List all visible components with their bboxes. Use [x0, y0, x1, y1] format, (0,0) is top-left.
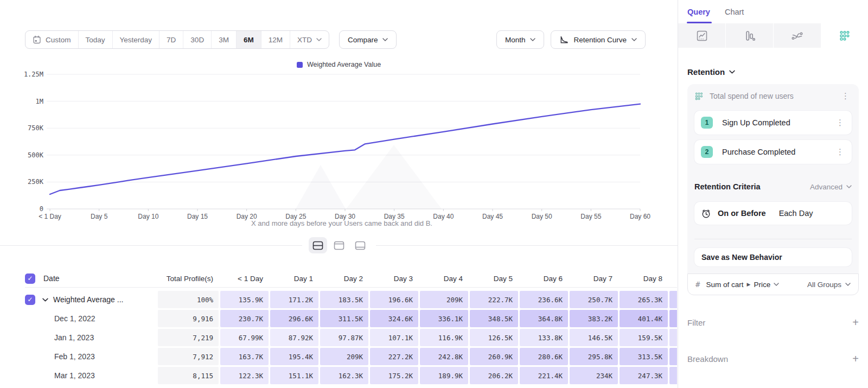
- retention-value-cell[interactable]: 206.2K: [470, 367, 518, 384]
- date-range-6m[interactable]: 6M: [237, 31, 261, 48]
- retention-value-cell[interactable]: 234K: [570, 367, 618, 384]
- column-header[interactable]: Day 1: [270, 275, 318, 283]
- granularity-button[interactable]: Month: [496, 30, 545, 49]
- retention-value-cell[interactable]: 133.8K: [520, 329, 568, 346]
- retention-value-cell[interactable]: 183.5K: [320, 291, 368, 308]
- column-header[interactable]: Day 5: [470, 275, 518, 283]
- retention-value-cell[interactable]: 122.3K: [220, 367, 269, 384]
- kebab-menu-icon[interactable]: ⋮: [834, 118, 846, 128]
- column-header[interactable]: Total Profile(s): [158, 275, 219, 283]
- retention-value-cell[interactable]: 195.4K: [270, 348, 318, 365]
- retention-value-cell[interactable]: 196.6K: [370, 291, 418, 308]
- behavior-step-1[interactable]: 1 Sign Up Completed ⋮: [694, 111, 852, 135]
- retention-value-cell[interactable]: 189.9K: [420, 367, 468, 384]
- report-type-funnels[interactable]: [726, 23, 774, 48]
- retention-value-cell[interactable]: 126.5K: [470, 329, 518, 346]
- retention-value-cell[interactable]: 209K: [320, 348, 368, 365]
- retention-value-cell[interactable]: 135.9K: [220, 291, 269, 308]
- retention-value-cell[interactable]: 227.2K: [370, 348, 418, 365]
- retention-value-cell[interactable]: 175.2K: [370, 367, 418, 384]
- column-header[interactable]: < 1 Day: [220, 275, 269, 283]
- column-header[interactable]: Day 4: [420, 275, 468, 283]
- total-profiles-cell[interactable]: 7,219: [158, 329, 219, 346]
- layout-toggle-table-only[interactable]: [351, 237, 369, 253]
- retention-value-cell[interactable]: 222.7K: [470, 291, 518, 308]
- retention-value-cell[interactable]: 151.1K: [270, 367, 318, 384]
- retention-value-cell[interactable]: 209K: [420, 291, 468, 308]
- retention-value-cell[interactable]: 67.99K: [220, 329, 269, 346]
- retention-line-series[interactable]: [50, 104, 640, 194]
- date-range-30d[interactable]: 30D: [183, 31, 212, 48]
- total-profiles-cell[interactable]: 9,916: [158, 310, 219, 327]
- column-header[interactable]: Day 2: [320, 275, 368, 283]
- column-header[interactable]: Day 8: [620, 275, 668, 283]
- kebab-menu-icon[interactable]: ⋮: [839, 91, 852, 101]
- retention-value-cell[interactable]: 116.9K: [420, 329, 468, 346]
- retention-value-cell[interactable]: 250.7K: [570, 291, 618, 308]
- date-range-custom[interactable]: Custom: [25, 31, 79, 48]
- tab-chart[interactable]: Chart: [725, 8, 744, 16]
- retention-value-cell[interactable]: 383.2K: [570, 310, 618, 327]
- retention-value-cell[interactable]: 162.3K: [320, 367, 368, 384]
- layout-toggle-chart-only[interactable]: [330, 237, 348, 253]
- retention-value-cell[interactable]: 296.6K: [270, 310, 318, 327]
- expand-chevron-icon[interactable]: [42, 298, 48, 302]
- date-range-7d[interactable]: 7D: [159, 31, 183, 48]
- retention-value-cell[interactable]: 146.5K: [570, 329, 618, 346]
- retention-value-cell[interactable]: 236.6K: [520, 291, 568, 308]
- report-section-selector[interactable]: Retention: [687, 67, 859, 77]
- retention-value-cell[interactable]: 221.4K: [520, 367, 568, 384]
- retention-value-cell[interactable]: 265.3K: [620, 291, 668, 308]
- tab-query[interactable]: Query: [687, 8, 710, 16]
- retention-value-cell[interactable]: 97.87K: [320, 329, 368, 346]
- retention-value-cell[interactable]: 401.4K: [620, 310, 668, 327]
- compare-button[interactable]: Compare: [339, 30, 397, 49]
- report-type-retention[interactable]: [821, 23, 868, 48]
- behavior-title[interactable]: Total spend of new users: [710, 92, 833, 100]
- criteria-condition-row[interactable]: On or Before Each Day: [694, 202, 852, 225]
- total-profiles-cell[interactable]: 7,912: [158, 348, 219, 365]
- retention-value-cell[interactable]: 107.1K: [370, 329, 418, 346]
- date-range-xtd[interactable]: XTD: [290, 31, 329, 48]
- retention-value-cell[interactable]: 280.6K: [520, 348, 568, 365]
- column-header[interactable]: Day 6: [520, 275, 568, 283]
- retention-chart[interactable]: 0250K500K750K1M1.25M< 1 DayDay 5Day 10Da…: [0, 54, 678, 234]
- report-type-insights[interactable]: [678, 23, 726, 48]
- column-header[interactable]: Day 3: [370, 275, 418, 283]
- retention-value-cell[interactable]: 336.1K: [420, 310, 468, 327]
- chart-type-button[interactable]: Retention Curve: [551, 30, 646, 49]
- groups-dropdown[interactable]: All Groups: [807, 281, 851, 289]
- retention-value-cell[interactable]: 348.5K: [470, 310, 518, 327]
- kebab-menu-icon[interactable]: ⋮: [834, 147, 846, 157]
- retention-value-cell[interactable]: 87.92K: [270, 329, 318, 346]
- date-range-3m[interactable]: 3M: [212, 31, 237, 48]
- retention-value-cell[interactable]: 260.9K: [470, 348, 518, 365]
- row-checkbox[interactable]: ✓: [25, 295, 35, 305]
- total-profiles-cell[interactable]: 100%: [158, 291, 219, 308]
- retention-value-cell[interactable]: 247.3K: [620, 367, 668, 384]
- behavior-step-2[interactable]: 2 Purchase Completed ⋮: [694, 140, 852, 164]
- add-breakdown-button[interactable]: +: [852, 353, 859, 364]
- date-range-today[interactable]: Today: [79, 31, 113, 48]
- report-type-flows[interactable]: [774, 23, 821, 48]
- criteria-mode-dropdown[interactable]: Advanced: [810, 183, 852, 191]
- column-header[interactable]: Day 7: [570, 275, 618, 283]
- date-range-yesterday[interactable]: Yesterday: [113, 31, 160, 48]
- retention-value-cell[interactable]: 230.7K: [220, 310, 269, 327]
- retention-value-cell[interactable]: 324.6K: [370, 310, 418, 327]
- retention-value-cell[interactable]: 313.5K: [620, 348, 668, 365]
- date-range-12m[interactable]: 12M: [261, 31, 290, 48]
- total-profiles-cell[interactable]: 8,115: [158, 367, 219, 384]
- save-as-new-behavior-button[interactable]: Save as New Behavior: [694, 248, 852, 266]
- retention-value-cell[interactable]: 163.7K: [220, 348, 269, 365]
- select-all-checkbox[interactable]: ✓: [25, 273, 35, 284]
- measure-property-dropdown[interactable]: Sum of cart ▶ Price: [706, 281, 779, 289]
- layout-toggle-chart-and-table[interactable]: [309, 237, 327, 253]
- retention-value-cell[interactable]: 159.5K: [620, 329, 668, 346]
- retention-value-cell[interactable]: 311.5K: [320, 310, 368, 327]
- retention-value-cell[interactable]: 171.2K: [270, 291, 318, 308]
- retention-value-cell[interactable]: 295.8K: [570, 348, 618, 365]
- retention-value-cell[interactable]: 242.8K: [420, 348, 468, 365]
- add-filter-button[interactable]: +: [852, 317, 859, 328]
- retention-value-cell[interactable]: 364.8K: [520, 310, 568, 327]
